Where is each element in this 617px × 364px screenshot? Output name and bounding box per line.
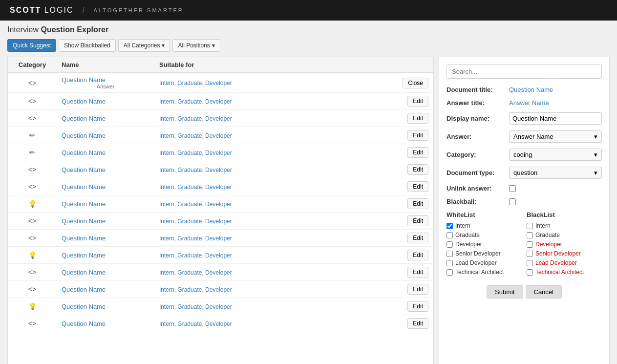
suitable-link[interactable]: Graduate [177, 286, 202, 293]
blackball-checkbox[interactable] [509, 198, 516, 205]
whitelist-checkbox-0[interactable] [447, 223, 453, 229]
suitable-link[interactable]: Intern [159, 115, 174, 122]
whitelist-checkbox-4[interactable] [447, 260, 453, 266]
blacklist-checkbox-0[interactable] [527, 223, 533, 229]
suitable-link[interactable]: Graduate [177, 150, 202, 156]
question-name-link[interactable]: Question Name [62, 166, 106, 173]
edit-button[interactable]: Edit [407, 267, 428, 278]
suitable-link[interactable]: Developer [205, 201, 232, 208]
edit-button[interactable]: Edit [407, 318, 428, 329]
blacklist-checkbox-4[interactable] [527, 260, 533, 266]
quick-suggest-button[interactable]: Quick Suggest [7, 39, 56, 52]
close-button[interactable]: Close [403, 78, 428, 88]
suitable-link[interactable]: Graduate [177, 218, 202, 225]
suitable-link[interactable]: Developer [205, 218, 232, 225]
suitable-link[interactable]: Intern [159, 98, 174, 105]
suitable-link[interactable]: Graduate [177, 184, 202, 191]
suitable-link[interactable]: Developer [205, 150, 232, 156]
suitable-link[interactable]: Developer [205, 167, 232, 173]
category-dropdown[interactable]: coding ▾ [509, 149, 602, 161]
suitable-link[interactable]: Intern [159, 321, 174, 327]
whitelist-checkbox-5[interactable] [447, 269, 453, 276]
edit-button[interactable]: Edit [407, 233, 428, 243]
suitable-link[interactable]: Graduate [177, 132, 202, 139]
blacklist-checkbox-3[interactable] [527, 251, 533, 257]
edit-button[interactable]: Edit [407, 164, 428, 175]
suitable-link[interactable]: Intern [159, 184, 174, 191]
suitable-link[interactable]: Intern [159, 218, 174, 225]
whitelist-checkbox-3[interactable] [447, 251, 453, 257]
question-name-link[interactable]: Question Name [62, 269, 106, 276]
question-name-link[interactable]: Question Name [62, 115, 106, 122]
suitable-link[interactable]: Developer [205, 303, 232, 310]
cancel-button[interactable]: Cancel [526, 285, 562, 299]
whitelist-checkbox-2[interactable] [447, 241, 453, 248]
suitable-link[interactable]: Developer [205, 98, 232, 105]
question-name-link[interactable]: Question Name [62, 286, 106, 293]
submit-button[interactable]: Submit [487, 285, 523, 299]
suitable-link[interactable]: Graduate [177, 115, 202, 122]
edit-button[interactable]: Edit [407, 96, 428, 107]
suitable-link[interactable]: Graduate [177, 252, 202, 259]
edit-button[interactable]: Edit [407, 130, 428, 141]
show-blackballed-button[interactable]: Show Blackballed [59, 39, 116, 52]
suitable-link[interactable]: Intern [159, 150, 174, 156]
all-categories-dropdown[interactable]: All Categories ▾ [118, 39, 170, 52]
edit-button[interactable]: Edit [407, 147, 428, 158]
suitable-link[interactable]: Developer [205, 321, 232, 327]
suitable-link[interactable]: Intern [159, 303, 174, 310]
edit-button[interactable]: Edit [407, 250, 428, 260]
suitable-link[interactable]: Developer [205, 286, 232, 293]
suitable-link[interactable]: Graduate [177, 167, 202, 173]
suitable-link[interactable]: Graduate [177, 303, 202, 310]
edit-button[interactable]: Edit [407, 301, 428, 312]
suitable-link[interactable]: Developer [205, 269, 232, 276]
edit-button[interactable]: Edit [407, 215, 428, 226]
all-positions-dropdown[interactable]: All Positions ▾ [172, 39, 220, 52]
suitable-link[interactable]: Developer [205, 80, 232, 86]
question-name-link[interactable]: Question Name [62, 183, 106, 191]
unlink-checkbox[interactable] [509, 185, 516, 192]
suitable-link[interactable]: Intern [159, 80, 174, 86]
question-name-link[interactable]: Question Name [62, 132, 106, 139]
question-name-link[interactable]: Question Name [62, 149, 106, 156]
suitable-link[interactable]: Intern [159, 286, 174, 293]
question-name-link[interactable]: Question Name [62, 200, 106, 208]
edit-button[interactable]: Edit [407, 284, 428, 295]
suitable-link[interactable]: Intern [159, 252, 174, 259]
suitable-link[interactable]: Developer [205, 132, 232, 139]
suitable-link[interactable]: Developer [205, 115, 232, 122]
blacklist-checkbox-1[interactable] [527, 232, 533, 238]
doc-type-dropdown[interactable]: question ▾ [509, 167, 602, 179]
suitable-link[interactable]: Graduate [177, 269, 202, 276]
suitable-link[interactable]: Intern [159, 132, 174, 139]
edit-button[interactable]: Edit [407, 198, 428, 209]
suitable-link[interactable]: Intern [159, 201, 174, 208]
table-container[interactable]: Category Name Suitable for <> Question N… [8, 57, 433, 364]
suitable-link[interactable]: Intern [159, 269, 174, 276]
suitable-link[interactable]: Graduate [177, 80, 202, 86]
question-name-link[interactable]: Question Name [62, 98, 106, 105]
blacklist-checkbox-5[interactable] [527, 269, 533, 276]
question-name-link[interactable]: Question Name [62, 76, 106, 84]
suitable-link[interactable]: Developer [205, 235, 232, 242]
question-name-link[interactable]: Question Name [62, 303, 106, 310]
answer-dropdown[interactable]: Answer Name ▾ [509, 130, 602, 143]
suitable-link[interactable]: Graduate [177, 321, 202, 327]
edit-button[interactable]: Edit [407, 113, 428, 124]
suitable-link[interactable]: Graduate [177, 235, 202, 242]
suitable-link[interactable]: Intern [159, 167, 174, 173]
question-name-link[interactable]: Question Name [62, 217, 106, 225]
suitable-link[interactable]: Developer [205, 184, 232, 191]
suitable-link[interactable]: Graduate [177, 201, 202, 208]
display-name-input[interactable] [509, 112, 602, 125]
blacklist-checkbox-2[interactable] [527, 241, 533, 248]
edit-button[interactable]: Edit [407, 181, 428, 192]
question-name-link[interactable]: Question Name [62, 252, 106, 259]
whitelist-checkbox-1[interactable] [447, 232, 453, 238]
suitable-link[interactable]: Graduate [177, 98, 202, 105]
question-name-link[interactable]: Question Name [62, 235, 106, 242]
suitable-link[interactable]: Intern [159, 235, 174, 242]
question-name-link[interactable]: Question Name [62, 320, 106, 327]
search-input[interactable] [447, 64, 602, 79]
